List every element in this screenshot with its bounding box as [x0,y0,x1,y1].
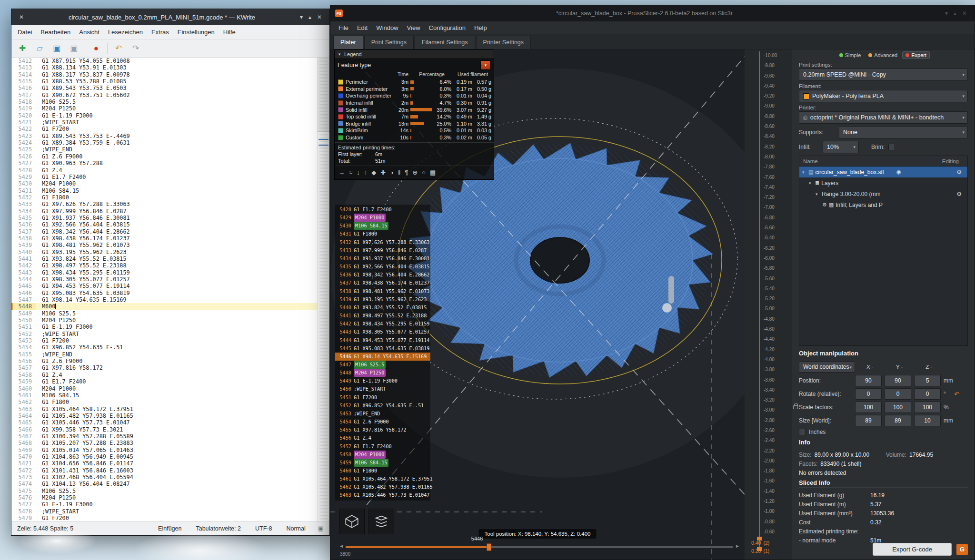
editor-line[interactable]: 5463G1 X105.464 Y58.172 E.37951 [11,406,317,413]
gcode-overlay-line[interactable]: 5448M204 P1250 [335,369,430,377]
send-to-printer-button[interactable]: G [956,544,968,555]
editor-line[interactable]: 5476M204 P1250 [11,494,317,501]
editor-line[interactable]: 5470G1 X104.863 Y56.949 E.00945 [11,453,317,460]
gcode-overlay-line[interactable]: 5439G1 X93.195 Y55.962 E.2623 [335,295,430,304]
object-tree-row[interactable]: ⚙▦Infill; Layers and P [799,199,967,210]
editor-line[interactable]: 5437G1 X98.342 Y56.404 E.28662 [11,228,317,235]
gcode-overlay-line[interactable]: 5449G1 E-1.19 F3000 [335,377,430,385]
editor-line[interactable]: 5449M106 S25.5 [11,310,317,317]
gcode-overlay-line[interactable]: 5432G1 X97.626 Y57.288 E.33063 [335,238,430,246]
menu-item-edit[interactable]: Edit [353,23,372,33]
shade-icon[interactable]: ▾ [300,14,303,20]
gcode-overlay-line[interactable]: 5455G1 X97.816 Y58.172 [335,426,430,434]
brim-checkbox[interactable] [888,144,895,150]
editor-line[interactable]: 5475M106 S25.5 [11,488,317,494]
editor-line[interactable]: 5418M106 S25.5 [11,98,317,105]
editor-line[interactable]: 5413G1 X88.134 Y53.91 E.01303 [11,64,317,71]
editor-line[interactable]: 5454G1 X96.852 Y54.635 E-.51 [11,344,317,351]
menu-item-bearbeiten[interactable]: Bearbeiten [36,27,75,38]
tab-filament-settings[interactable]: Filament Settings [415,36,475,49]
filament-combo[interactable]: PolyMaker - PolyTerra PLA [799,90,968,102]
3d-view-button[interactable] [339,509,365,534]
editor-line[interactable]: 5460M204 P1000 [11,385,317,392]
gcode-overlay-line[interactable]: 5463G1 X105.446 Y57.73 E.01047 [335,491,430,499]
editor-line[interactable]: 5428G1 Z.4 [11,167,317,174]
legend-header[interactable]: ▼ Legend [335,50,494,59]
export-gcode-button[interactable]: Export G-code [873,543,952,556]
gear-icon[interactable]: ⚙ [956,169,962,176]
print-settings-combo[interactable]: 0.20mm SPEED @MINI - Copy [799,69,968,81]
size-world-y-input[interactable]: 89 [885,415,911,426]
printer-combo[interactable]: ⎙ octoprint * Original Prusa MINI & MINI… [799,111,968,124]
gcode-overlay-line[interactable]: 5458M204 P1000 [335,451,430,459]
close-icon[interactable]: ✕ [962,10,967,17]
editor-line[interactable]: 5445G1 X94.453 Y55.077 E.19114 [11,283,317,289]
editor-line[interactable]: 5450M204 P1250 [11,317,317,324]
editor-line[interactable]: 5432G1 F1800 [11,194,317,201]
tab-plater[interactable]: Plater [333,36,363,49]
gcode-overlay-line[interactable]: 5442G1 X98.434 Y55.295 E.01159 [335,320,430,328]
editor-line[interactable]: 5442G1 X98.497 Y55.52 E.23188 [11,262,317,269]
editor-line[interactable]: 5441G1 X93.824 Y55.52 E.03815 [11,255,317,262]
deretractions-icon[interactable]: ↑ [364,169,368,176]
gcode-overlay-line[interactable]: 5434G1 X91.937 Y56.846 E.30081 [335,255,430,263]
rotate-relative-y-input[interactable]: 0 [885,388,911,400]
gcode-move-slider[interactable]: 5446 ◄ ► 3800 [339,536,740,557]
editor-line[interactable]: 5478;WIPE_START [11,508,317,515]
gcode-overlay-line[interactable]: 5435G1 X92.566 Y56.404 E.03815 [335,263,430,271]
editor-line[interactable]: 5430M204 P1000 [11,180,317,187]
pause-prints-icon[interactable]: ‖ [398,169,400,176]
scale-factors-x-input[interactable]: 100 [855,402,882,413]
legend-row-custom[interactable]: Custom10s0.3%0.02 m0.05 g [335,134,494,141]
gcode-overlay-line[interactable]: 5461G1 X105.464 Y58.172 E.37951 [335,475,430,483]
gcode-overlay-line[interactable]: 5453;WIPE_END [335,410,430,418]
slider-right-arrow-icon[interactable]: ► [735,543,740,549]
editor-line[interactable]: 5414G1 X88.317 Y53.837 E.00978 [11,71,317,78]
gcode-overlay-line[interactable]: 5457G1 E1.7 F2400 [335,442,430,451]
gcode-overlay-line[interactable]: 5445G1 X95.083 Y54.635 E.03819 [335,344,430,353]
layer-slider-track[interactable] [759,51,760,548]
highlight-mode-button[interactable]: Normal [286,525,305,532]
caret-down-icon[interactable]: ▾ [809,181,815,186]
editor-line[interactable]: 5421;WIPE_START [11,119,317,126]
rotate-relative-x-input[interactable]: 0 [855,388,882,400]
tab-printer-settings[interactable]: Printer Settings [476,36,531,49]
tab-width-button[interactable]: Tabulatorweite: 2 [196,525,241,532]
editor-line[interactable]: 5464G1 X105.482 Y57.938 E.01165 [11,413,317,419]
gcode-overlay-line[interactable]: 5456G1 Z.4 [335,434,430,442]
caret-down-icon[interactable]: ▾ [816,192,822,196]
editor-line[interactable]: 5422G1 F7200 [11,126,317,132]
supports-combo[interactable]: None [839,126,968,138]
open-file-icon[interactable]: ▱ [33,42,46,55]
editor-line[interactable]: 5435G1 X91.937 Y56.846 E.30081 [11,215,317,221]
menu-item-extras[interactable]: Extras [147,27,173,38]
object-tree-row[interactable]: ▾▤circular_saw_blade_box.stl◉⚙ [799,167,967,177]
travels-icon[interactable]: → [338,169,345,176]
gcode-overlay-line[interactable]: 5443G1 X98.305 Y55.077 E.01257 [335,328,430,336]
editor-line[interactable]: 5438G1 X98.438 Y56.174 E.01237 [11,235,317,242]
gcode-overlay-line[interactable]: 5441G1 X98.497 Y55.52 E.23188 [335,312,430,320]
new-file-icon[interactable]: ✚ [16,42,29,55]
gcode-overlay-line[interactable]: 5459M106 S84.15 [335,459,430,467]
custom-gcode-icon[interactable]: ¶ [405,169,408,176]
editor-line[interactable]: 5452;WIPE_START [11,331,317,337]
gcode-overlay-line[interactable]: 5462G1 X105.482 Y57.938 E.01165 [335,483,430,491]
coordinate-system-combo[interactable]: World coordinates [799,361,855,373]
editor-line[interactable]: 5423G1 X89.543 Y53.753 E-.4469 [11,133,317,139]
rotate-relative-z-input[interactable]: 0 [914,388,941,400]
editor-line[interactable]: 5459G1 E1.7 F2400 [11,378,317,385]
editor-line[interactable]: 5456G1 Z.6 F9000 [11,358,317,364]
menu-item-hilfe[interactable]: Hilfe [219,27,240,38]
size-world-z-input[interactable]: 10 [914,415,941,426]
editor-line[interactable]: 5458G1 Z.4 [11,372,317,378]
editor-line[interactable]: 5474G1 X104.13 Y56.404 E.08247 [11,481,317,487]
legend-row-skirt-brim[interactable]: Skirt/Brim14s0.5%0.01 m0.03 g [335,127,494,134]
editor-line[interactable]: 5479G1 F7200 [11,515,317,521]
editor-line[interactable]: 5468G1 X105.207 Y57.288 E.23883 [11,440,317,446]
eye-icon[interactable]: ◉ [896,169,901,175]
menu-item-ansicht[interactable]: Ansicht [75,27,104,38]
editor-line[interactable]: 5451G1 E-1.19 F3000 [11,324,317,330]
gcode-overlay-line[interactable]: 5460G1 F1800 [335,467,430,475]
position-y-input[interactable]: 90 [885,375,911,386]
editor-line[interactable]: 5444G1 X98.305 Y55.077 E.01257 [11,276,317,283]
